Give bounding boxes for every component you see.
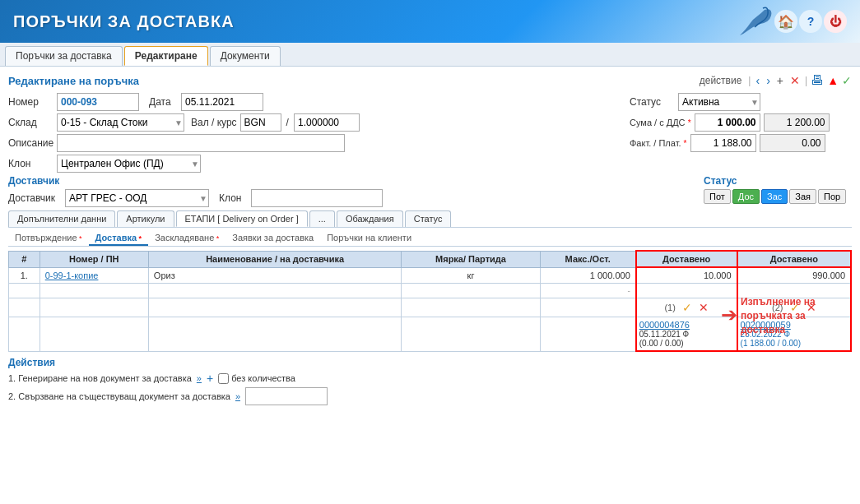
row1-dost2: 990.000 <box>737 267 851 284</box>
inner-tab-poruchki-label: Поръчки на клиенти <box>327 233 411 243</box>
status-btn-por[interactable]: Пор <box>818 189 846 204</box>
sklad-dropdown-icon[interactable]: ▼ <box>174 118 183 127</box>
action2-link[interactable]: » <box>235 391 240 401</box>
th-dost2: Доставено <box>737 251 851 267</box>
action1-checkbox-label: без количества <box>218 373 295 384</box>
sub-col1-cross[interactable]: ✕ <box>699 301 709 314</box>
val-input[interactable] <box>240 113 281 132</box>
form-row-1: Номер Дата Склад ▼ Вал / курс / Описание <box>8 93 852 173</box>
inner-tab-potv-req: * <box>77 234 82 243</box>
empty-5: - <box>540 284 636 298</box>
annotation-arrow: ➔ <box>721 303 737 326</box>
opisanie-input[interactable] <box>57 134 345 152</box>
fakt-required: * <box>684 139 687 148</box>
doc1-link[interactable]: 0000004876 <box>639 320 734 330</box>
form-right: Статус ▼ Сума / с ДДС * Факт. / Плат. * <box>630 93 852 173</box>
val-sep: / <box>285 117 291 128</box>
dostavchik-dropdown-icon[interactable]: ▼ <box>199 194 207 203</box>
help-icon[interactable]: ? <box>799 10 822 33</box>
status-dropdown-icon[interactable]: ▼ <box>751 98 759 107</box>
dostavchik-title: Доставчик <box>8 175 695 187</box>
action2-label: 2. Свързване на съществуващ документ за … <box>8 391 230 401</box>
section-title: Редактиране на поръчка <box>8 75 139 87</box>
suma-input[interactable] <box>695 113 760 132</box>
dostavchik-input[interactable] <box>65 189 209 207</box>
empty-3 <box>148 284 402 298</box>
form-row-status: Статус ▼ <box>630 93 852 111</box>
row1-nomer[interactable]: 0-99-1-копие <box>40 267 148 284</box>
status-label: Статус <box>630 96 675 108</box>
fakt-input[interactable] <box>690 134 756 152</box>
inner-tabs: Потвърждение * Доставка * Заскладяване *… <box>8 231 852 247</box>
sub-col1-num: (1) <box>664 303 675 312</box>
tab-poruchki[interactable]: Поръчки за доставка <box>5 46 123 66</box>
nav-check-button[interactable]: ✓ <box>842 74 852 87</box>
nav-next-button[interactable]: › <box>765 74 772 87</box>
sub-tab-dots[interactable]: ... <box>309 210 335 227</box>
row1-maks: 1 000.000 <box>540 267 636 284</box>
sub-col1-row: (1) ✓ ✕ <box>642 301 732 314</box>
row1-naim: Ориз <box>148 267 402 284</box>
klon-dropdown-icon[interactable]: ▼ <box>191 160 199 169</box>
empty-2 <box>40 284 148 298</box>
sub-tab-etapi[interactable]: ЕТАПИ [ Delivery on Order ] <box>176 210 308 227</box>
sklad-input[interactable] <box>57 113 184 132</box>
dostavchik-klon-label: Клон <box>219 192 248 204</box>
inner-tab-zayavki-label: Заявки за доставка <box>232 233 314 243</box>
actions-title: Действия <box>8 357 852 368</box>
dostavchik-label: Доставчик <box>8 192 62 204</box>
status-btn-zaya[interactable]: Зая <box>789 189 816 204</box>
action-row-1: 1. Генериране на нов документ за доставк… <box>8 372 852 385</box>
klon-input[interactable] <box>57 155 201 173</box>
nav-copy-button[interactable]: ✕ <box>788 74 802 87</box>
sub-tab-status[interactable]: Статус <box>405 210 452 227</box>
sub-tab-dopulnitelni[interactable]: Допълнителни данни <box>8 210 115 227</box>
main-tabs: Поръчки за доставка Редактиране Документ… <box>0 43 860 67</box>
th-maks: Макс./Ост. <box>540 251 636 267</box>
data-input[interactable] <box>181 93 263 111</box>
nav-print-button[interactable]: 🖶 <box>811 73 824 88</box>
home-icon[interactable]: 🏠 <box>774 10 797 33</box>
dostavchik-section: Доставчик Доставчик ▼ Клон <box>8 175 695 207</box>
action1-link[interactable]: » <box>197 373 202 383</box>
form-row-sklad: Склад ▼ Вал / курс / <box>8 113 621 132</box>
power-icon[interactable]: ⏻ <box>824 10 847 33</box>
action1-checkbox[interactable] <box>218 373 229 384</box>
action-row-2: 2. Свързване на съществуващ документ за … <box>8 387 852 405</box>
status-buttons-section: Статус Пот Дос Зас Зая Пор <box>704 175 852 204</box>
tab-redaktirane[interactable]: Редактиране <box>124 46 208 66</box>
status-btn-zas[interactable]: Зас <box>761 189 788 204</box>
inner-tab-zayavki[interactable]: Заявки за доставка <box>225 231 320 246</box>
sub-col1-check[interactable]: ✓ <box>682 301 692 314</box>
form-row-nomer-data: Номер Дата <box>8 93 621 111</box>
nav-prev-button[interactable]: ‹ <box>754 74 761 87</box>
inner-tab-dost[interactable]: Доставка * <box>89 231 149 246</box>
action1-plus[interactable]: + <box>207 372 213 385</box>
doc-4 <box>402 317 540 352</box>
status-input[interactable] <box>678 93 760 111</box>
inner-tab-potv-label: Потвърждение <box>15 233 77 243</box>
action2-input[interactable] <box>245 387 328 405</box>
doc-5 <box>540 317 636 352</box>
doc1-amounts: (0.00 / 0.00) <box>639 339 734 348</box>
dostavchik-klon-input[interactable] <box>251 189 383 207</box>
doc-3 <box>148 317 402 352</box>
inner-tab-potv[interactable]: Потвърждение * <box>8 231 89 246</box>
sklad-input-wrap: ▼ <box>57 113 184 132</box>
data-label: Дата <box>149 96 178 108</box>
status-btn-pot[interactable]: Пот <box>704 189 731 204</box>
nomer-input[interactable] <box>57 93 139 111</box>
nav-triangle-button[interactable]: ▲ <box>827 74 839 87</box>
tab-dokumenti[interactable]: Документи <box>210 46 281 66</box>
fakt-right-input <box>760 134 825 152</box>
sub-tab-artikuli[interactable]: Артикули <box>117 210 174 227</box>
inner-tab-zaski[interactable]: Заскладяване * <box>148 231 225 246</box>
sub-tab-obajdaniya[interactable]: Обаждания <box>337 210 403 227</box>
status-btn-dos[interactable]: Дос <box>732 189 760 204</box>
inner-tab-poruchki[interactable]: Поръчки на клиенти <box>320 231 418 246</box>
th-naim: Наименование / на доставчика <box>148 251 402 267</box>
action1-label: 1. Генериране на нов документ за доставк… <box>8 373 192 383</box>
sub-ctrl-2 <box>40 298 148 317</box>
nav-add-button[interactable]: + <box>775 74 785 87</box>
kurs-input[interactable] <box>294 113 360 132</box>
